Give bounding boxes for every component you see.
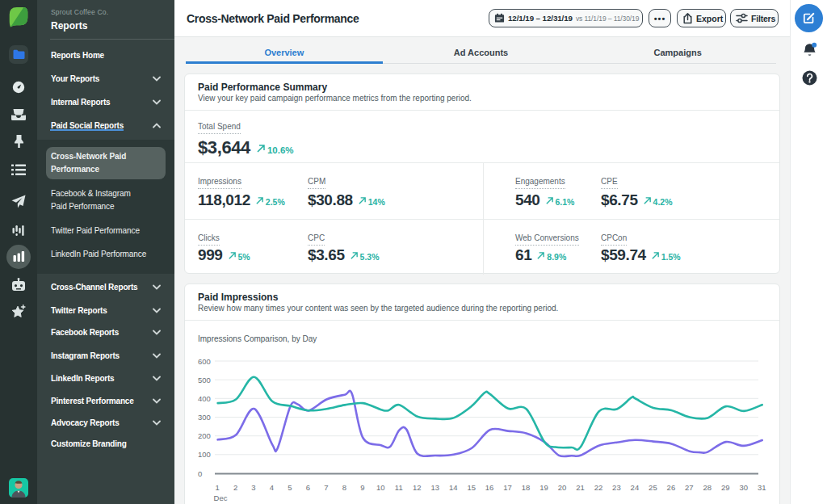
svg-text:9: 9 (360, 483, 364, 492)
svg-text:23: 23 (612, 483, 621, 492)
svg-text:300: 300 (198, 413, 211, 422)
svg-text:6: 6 (306, 483, 310, 492)
svg-text:1: 1 (215, 483, 219, 492)
svg-text:16: 16 (485, 483, 494, 492)
svg-text:18: 18 (522, 483, 531, 492)
svg-text:22: 22 (594, 483, 603, 492)
svg-text:100: 100 (198, 450, 211, 459)
svg-text:2: 2 (233, 483, 237, 492)
svg-text:200: 200 (198, 431, 211, 440)
svg-text:24: 24 (631, 483, 640, 492)
svg-text:27: 27 (685, 483, 694, 492)
svg-text:25: 25 (649, 483, 657, 492)
svg-text:Dec: Dec (214, 494, 228, 502)
svg-text:21: 21 (576, 483, 585, 492)
svg-text:29: 29 (721, 483, 730, 492)
svg-text:15: 15 (467, 483, 476, 492)
svg-text:28: 28 (703, 483, 712, 492)
svg-text:10: 10 (376, 483, 385, 492)
svg-text:5: 5 (288, 483, 292, 492)
svg-text:4: 4 (270, 483, 274, 492)
svg-text:19: 19 (539, 483, 548, 492)
svg-text:8: 8 (342, 483, 346, 492)
svg-text:3: 3 (251, 483, 255, 492)
svg-text:0: 0 (198, 469, 202, 478)
svg-text:400: 400 (198, 394, 211, 403)
svg-text:31: 31 (758, 483, 766, 492)
svg-text:14: 14 (449, 483, 458, 492)
svg-text:30: 30 (739, 483, 748, 492)
svg-text:26: 26 (667, 483, 676, 492)
svg-text:20: 20 (558, 483, 567, 492)
svg-text:11: 11 (395, 483, 403, 492)
svg-text:500: 500 (198, 376, 211, 384)
svg-text:13: 13 (430, 483, 439, 492)
svg-text:7: 7 (324, 483, 328, 492)
svg-text:17: 17 (503, 483, 512, 492)
svg-text:600: 600 (198, 357, 211, 366)
svg-text:12: 12 (413, 483, 422, 492)
